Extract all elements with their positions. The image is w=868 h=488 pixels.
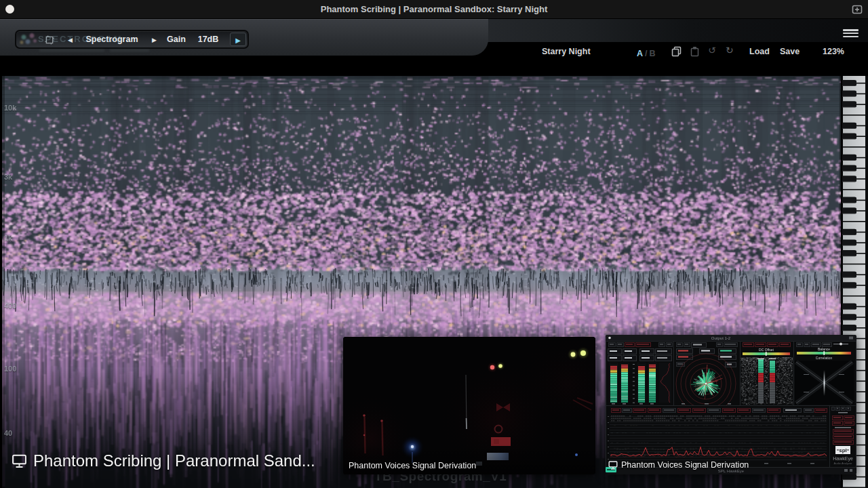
freq-label: 10k [4,104,16,112]
save-button[interactable]: Save [780,47,800,56]
monitor-icon [12,454,27,468]
scene-title-text: Phantom Scribing | Paranormal Sand... [33,451,315,470]
titlebar: Phantom Scribing | Paranormal Sandbox: S… [0,0,868,19]
toolbar: ◀ Spectrogram ▶ Gain 17dB ▶ SPECTROGRAM … [0,19,868,76]
ab-separator: / [645,49,647,58]
monitor-icon [608,461,618,470]
video-preview-canvas [343,337,595,474]
paste-icon[interactable] [690,46,700,57]
scene-title: Phantom Scribing | Paranormal Sand... [12,451,315,470]
analyzer-panel[interactable]: Phantom Voices Signal Derivation [606,335,856,474]
ghost-subtext [110,49,149,52]
zoom-level[interactable]: 123% [823,47,844,56]
video-caption: Phantom Voices Signal Derivation [349,461,476,470]
video-preview-panel[interactable]: Phantom Voices Signal Derivation [343,337,595,474]
freq-label: 400 [4,302,16,310]
freq-label: 40 [4,429,12,437]
ab-toggle: A/B [637,47,656,59]
ghost-subtext [39,49,104,52]
preset-name[interactable]: Starry Night [542,47,591,56]
app-window: 10k3k1k40010040 TB_Spectrogram_V1 Phanto… [0,0,868,488]
ghost-spectrogram-label: SPECTROGRAM [38,34,123,44]
ab-toggle-b[interactable]: B [650,49,656,58]
redo-icon[interactable]: ↻ [726,45,734,56]
next-mode-button[interactable]: ▶ [152,37,157,43]
copy-icon[interactable] [671,46,682,57]
freq-label: 1k [4,234,12,242]
ab-toggle-a[interactable]: A [637,49,643,58]
load-button[interactable]: Load [749,47,770,56]
undo-icon[interactable]: ↺ [708,45,716,56]
analyzer-canvas [606,335,856,474]
new-window-icon[interactable] [852,5,863,14]
analyzer-caption-row: Phantom Voices Signal Derivation [608,460,749,470]
freq-label: 3k [4,173,12,181]
menu-icon[interactable] [843,29,859,37]
play-button[interactable]: ▶ [230,33,246,46]
app-logo-ghost [18,31,38,46]
freq-label: 100 [4,365,16,373]
window-title: Phantom Scribing | Paranormal Sandbox: S… [0,0,868,19]
analyzer-caption: Phantom Voices Signal Derivation [621,460,749,470]
gain-label: Gain [159,35,193,44]
gain-value[interactable]: 17dB [189,35,227,44]
